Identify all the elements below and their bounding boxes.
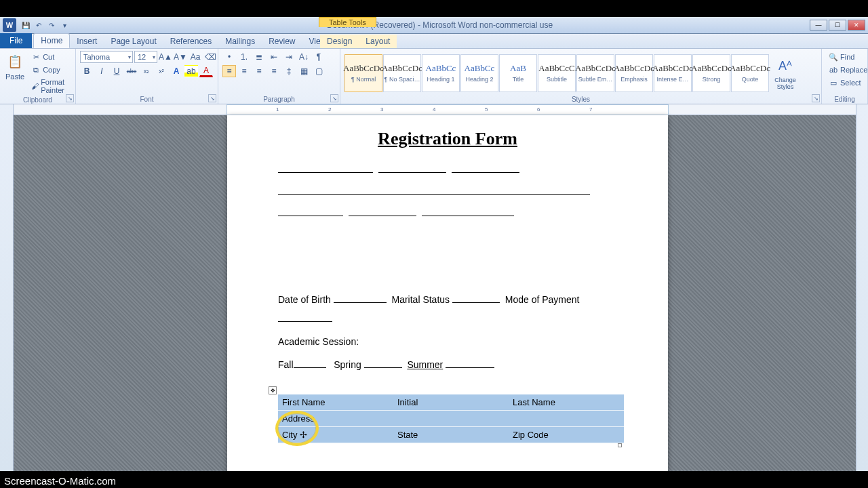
cell-first-name[interactable]: First Name [278, 394, 393, 411]
shading-button[interactable]: ▦ [297, 65, 311, 77]
cell-state[interactable]: State [393, 427, 509, 443]
group-label-font: Font [80, 95, 214, 103]
qat-save-icon[interactable]: 💾 [20, 20, 31, 30]
style-strong[interactable]: AaBbCcDcStrong [692, 54, 730, 92]
cell-zip[interactable]: Zip Code [509, 427, 624, 443]
table-resize-handle[interactable] [618, 443, 622, 447]
font-size-combo[interactable]: 12 [134, 51, 157, 63]
tab-table-design[interactable]: Design [320, 35, 359, 48]
text-effects-button[interactable]: A [170, 65, 183, 77]
show-marks-button[interactable]: ¶ [312, 51, 326, 63]
tab-home[interactable]: Home [33, 33, 70, 48]
superscript-button[interactable]: x² [155, 65, 168, 77]
bullets-button[interactable]: • [222, 51, 236, 63]
label-academic-session: Academic Session: [278, 336, 359, 347]
style-title[interactable]: AaBTitle [499, 54, 537, 92]
ruler-tick: 2 [328, 106, 331, 113]
font-name-combo[interactable]: Tahoma [80, 51, 133, 63]
selected-table[interactable]: First Name Initial Last Name Address Cit… [278, 394, 624, 443]
cell-last-name[interactable]: Last Name [509, 394, 624, 411]
align-left-button[interactable]: ≡ [222, 65, 236, 77]
qat-customize-icon[interactable]: ▾ [59, 20, 70, 30]
style-preview: AaBbCc [426, 63, 456, 74]
styles-dialog-launcher[interactable]: ↘ [812, 94, 820, 102]
style-name: Title [513, 76, 524, 83]
style-heading-1[interactable]: AaBbCcHeading 1 [422, 54, 460, 92]
tab-mailings[interactable]: Mailings [218, 35, 262, 48]
bold-button[interactable]: B [80, 65, 94, 77]
tab-references[interactable]: References [163, 35, 218, 48]
table-row[interactable]: First Name Initial Last Name [278, 394, 624, 411]
font-color-button[interactable]: A [199, 65, 213, 77]
style-subtle-em-[interactable]: AaBbCcDcSubtle Em… [576, 54, 614, 92]
qat-redo-icon[interactable]: ↷ [46, 20, 57, 30]
style-quote[interactable]: AaBbCcDcQuote [731, 54, 769, 92]
highlight-color-button[interactable]: ab [184, 65, 198, 77]
copy-button[interactable]: ⧉Copy [28, 64, 71, 76]
justify-button[interactable]: ≡ [267, 65, 281, 77]
find-label: Find [840, 53, 854, 61]
screencast-watermark: Screencast-O-Matic.com [4, 475, 116, 487]
numbering-button[interactable]: 1. [237, 51, 251, 63]
window-minimize-button[interactable]: — [810, 20, 827, 30]
style-subtitle[interactable]: AaBbCcCSubtitle [538, 54, 576, 92]
style-name: ¶ Normal [351, 76, 376, 83]
replace-button[interactable]: abReplace [826, 64, 868, 76]
shrink-font-button[interactable]: A▼ [174, 51, 187, 63]
align-right-button[interactable]: ≡ [252, 65, 266, 77]
cell-city[interactable]: City ✢ [278, 427, 393, 443]
cell-initial[interactable]: Initial [393, 394, 509, 411]
tab-page-layout[interactable]: Page Layout [104, 35, 163, 48]
select-button[interactable]: ▭Select [826, 77, 868, 89]
tab-review[interactable]: Review [262, 35, 302, 48]
paste-button[interactable]: 📋 Paste [4, 51, 26, 82]
paragraph-dialog-launcher[interactable]: ↘ [330, 94, 338, 102]
font-dialog-launcher[interactable]: ↘ [208, 94, 216, 102]
horizontal-ruler[interactable]: 1234567 [14, 104, 856, 115]
replace-label: Replace [840, 66, 867, 74]
underline-button[interactable]: U [110, 65, 123, 77]
ribbon-tabs: File Home Insert Page Layout References … [0, 34, 868, 49]
cut-label: Cut [43, 53, 54, 61]
borders-button[interactable]: ▢ [312, 65, 326, 77]
style-intense-e-[interactable]: AaBbCcDcIntense E… [654, 54, 692, 92]
clear-formatting-button[interactable]: ⌫ [203, 51, 217, 63]
format-painter-button[interactable]: 🖌Format Painter [28, 77, 71, 96]
qat-undo-icon[interactable]: ↶ [33, 20, 44, 30]
clipboard-dialog-launcher[interactable]: ↘ [66, 94, 74, 102]
table-row[interactable]: City ✢ State Zip Code [278, 427, 624, 443]
increase-indent-button[interactable]: ⇥ [282, 51, 296, 63]
italic-button[interactable]: I [95, 65, 108, 77]
word-app-icon: W [3, 18, 16, 32]
align-center-button[interactable]: ≡ [237, 65, 251, 77]
style---normal[interactable]: AaBbCcDc¶ Normal [344, 54, 382, 92]
cell-address[interactable]: Address [278, 411, 624, 427]
change-styles-button[interactable]: Aᴬ Change Styles [770, 55, 801, 92]
style---no-spaci-[interactable]: AaBbCcDc¶ No Spaci… [383, 54, 421, 92]
find-button[interactable]: 🔍Find [826, 51, 868, 63]
table-row[interactable]: Address [278, 411, 624, 427]
document-page[interactable]: Registration Form Date of Birth Marital … [227, 115, 668, 471]
tab-table-layout[interactable]: Layout [359, 35, 397, 48]
table-move-handle[interactable]: ✥ [269, 386, 277, 394]
ruler-tick: 5 [485, 106, 488, 113]
style-name: Subtle Em… [578, 76, 613, 83]
style-emphasis[interactable]: AaBbCcDcEmphasis [615, 54, 653, 92]
grow-font-button[interactable]: A▲ [159, 51, 172, 63]
style-heading-2[interactable]: AaBbCcHeading 2 [460, 54, 498, 92]
sort-button[interactable]: A↓ [297, 51, 311, 63]
window-maximize-button[interactable]: ☐ [829, 20, 846, 30]
vertical-scrollbar[interactable] [856, 104, 868, 471]
decrease-indent-button[interactable]: ⇤ [267, 51, 281, 63]
subscript-button[interactable]: x₂ [140, 65, 153, 77]
line-spacing-button[interactable]: ‡ [282, 65, 296, 77]
vertical-ruler[interactable] [0, 104, 14, 471]
tab-insert[interactable]: Insert [70, 35, 104, 48]
change-case-button[interactable]: Aa [189, 51, 202, 63]
label-marital-status: Marital Status [392, 294, 450, 305]
cut-button[interactable]: ✂Cut [28, 51, 71, 63]
tab-file[interactable]: File [0, 33, 32, 48]
window-close-button[interactable]: ✕ [848, 20, 865, 30]
multilevel-list-button[interactable]: ≣ [252, 51, 266, 63]
strikethrough-button[interactable]: abc [125, 65, 138, 77]
